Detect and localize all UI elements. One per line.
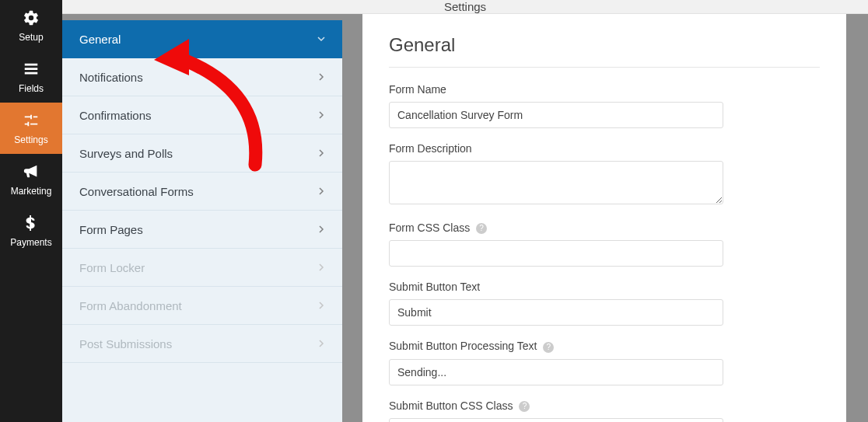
field-submit-button-text: Submit Button Text [389,281,723,326]
chevron-right-icon [317,302,325,309]
field-form-css-class: Form CSS Class ? [389,221,723,267]
rail-label-fields: Fields [19,83,44,94]
input-submit-button-css-class[interactable] [389,418,723,422]
menu-item-surveys-polls[interactable]: Surveys and Polls [62,134,342,173]
help-icon[interactable]: ? [476,223,487,234]
help-icon[interactable]: ? [543,342,554,353]
input-submit-button-processing[interactable] [389,359,723,385]
right-region: Settings General Notifications Confirmat… [62,0,868,422]
menu-item-conversational-forms[interactable]: Conversational Forms [62,173,342,211]
rail-item-marketing[interactable]: Marketing [0,154,62,205]
field-form-description: Form Description [389,142,723,208]
panel-wrap: General Form Name Form Description Form … [362,14,846,422]
label-text: Submit Button CSS Class [389,399,513,412]
help-icon[interactable]: ? [519,401,530,412]
chevron-down-icon [317,35,325,43]
list-icon [23,61,40,81]
panel-gap [342,14,362,422]
menu-item-notifications[interactable]: Notifications [62,58,342,96]
rail-item-payments[interactable]: Payments [0,205,62,256]
general-settings-panel: General Form Name Form Description Form … [362,14,846,422]
label-submit-button-css-class: Submit Button CSS Class ? [389,399,723,412]
topbar: Settings [62,0,868,14]
chevron-right-icon [317,73,325,81]
menu-filler [62,363,342,422]
menu-label: Form Abandonment [79,299,182,312]
chevron-right-icon [317,340,325,347]
menu-item-confirmations[interactable]: Confirmations [62,96,342,134]
input-form-name[interactable] [389,102,723,128]
gear-icon [23,9,40,30]
input-form-css-class[interactable] [389,240,723,267]
right-gutter [846,14,868,422]
label-submit-button-text: Submit Button Text [389,281,723,293]
label-text: Form CSS Class [389,221,470,234]
textarea-form-description[interactable] [389,161,723,204]
rail-item-fields[interactable]: Fields [0,51,62,103]
menu-item-form-abandonment[interactable]: Form Abandonment [62,287,342,325]
menu-label: Conversational Forms [79,185,194,198]
dollar-icon [23,214,40,235]
rail-label-setup: Setup [19,32,43,43]
label-submit-button-processing: Submit Button Processing Text ? [389,340,723,352]
menu-item-form-pages[interactable]: Form Pages [62,211,342,249]
rail-label-payments: Payments [10,237,51,248]
app-root: Setup Fields Settings Marketing Payments [0,0,868,422]
field-form-name: Form Name [389,83,723,128]
chevron-right-icon [317,149,325,157]
rail-label-marketing: Marketing [11,186,52,197]
label-form-description: Form Description [389,142,723,155]
input-submit-button-text[interactable] [389,299,723,326]
menu-label: Notifications [79,71,143,84]
menu-item-general[interactable]: General [62,20,342,58]
rail-item-settings[interactable]: Settings [0,103,62,154]
menu-label: General [79,33,121,46]
menu-label: Confirmations [79,109,152,122]
menu-item-post-submissions[interactable]: Post Submissions [62,325,342,363]
label-form-name: Form Name [389,83,723,96]
chevron-right-icon [317,111,325,119]
chevron-right-icon [317,187,325,195]
field-submit-button-processing: Submit Button Processing Text ? [389,340,723,385]
left-nav-rail: Setup Fields Settings Marketing Payments [0,0,62,422]
label-text: Submit Button Processing Text [389,340,537,352]
menu-label: Post Submissions [79,337,172,351]
topbar-title: Settings [444,0,486,13]
rail-item-setup[interactable]: Setup [0,0,62,51]
bullhorn-icon [23,163,40,183]
label-form-css-class: Form CSS Class ? [389,221,723,234]
panel-heading: General [389,34,820,56]
panel-divider [389,67,820,68]
field-submit-button-css-class: Submit Button CSS Class ? [389,399,723,422]
menu-label: Form Locker [79,261,145,274]
menu-label: Surveys and Polls [79,147,173,160]
chevron-right-icon [317,225,325,233]
chevron-right-icon [317,263,325,271]
menu-item-form-locker[interactable]: Form Locker [62,249,342,287]
menu-label: Form Pages [79,223,143,236]
sliders-icon [23,112,40,132]
settings-submenu: General Notifications Confirmations Surv… [62,20,342,422]
rail-label-settings: Settings [14,134,47,145]
body-region: General Notifications Confirmations Surv… [62,14,868,422]
